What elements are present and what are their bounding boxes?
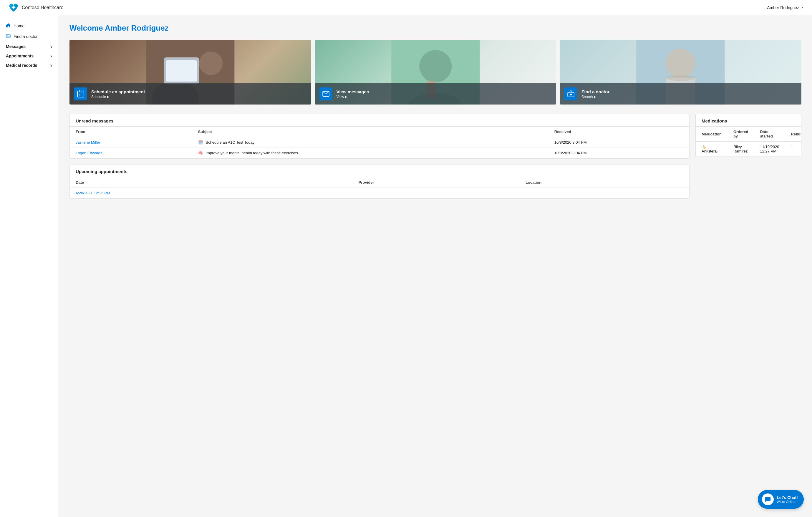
appt-col-location: Location (520, 177, 689, 188)
sidebar-item-find-doctor[interactable]: Find a doctor (0, 31, 59, 42)
hero-card-schedule[interactable]: 1 Schedule an appointment Schedule ▶ (69, 40, 311, 105)
msg-brain-icon: 🧠 (198, 151, 203, 155)
sidebar-appointments-label: Appointments (6, 54, 34, 58)
page-layout: Home Find a doctor Messages ∨ Appointmen… (0, 15, 812, 517)
user-name-label: Amber Rodriguez (767, 5, 799, 10)
sidebar-home-label: Home (13, 24, 24, 28)
med-col-date-started: Date started (754, 126, 785, 142)
right-column: Medications Medication Ordered by Date s… (695, 114, 802, 205)
app-header: Contoso Healthcare Amber Rodriguez ▼ (0, 0, 812, 15)
hero-card-messages-text: View messages View ▶ (337, 89, 369, 99)
unread-messages-col-from: From (70, 126, 192, 137)
upcoming-appointments-header: Upcoming appointments (70, 165, 689, 177)
med-name-text-0: Anksterail (702, 149, 718, 153)
svg-point-16 (419, 50, 452, 82)
hero-card-schedule-title: Schedule an appointment (91, 89, 145, 94)
home-icon (6, 23, 10, 29)
appt-col-provider: Provider (353, 177, 520, 188)
med-name-0: 🏷️ Anksterail (696, 142, 727, 156)
chat-button[interactable]: Let's Chat! We're Online (758, 490, 804, 509)
hero-card-messages-overlay: View messages View ▶ (315, 83, 556, 105)
table-row: 4/20/2021 12:13 PM (70, 188, 689, 198)
chat-subtitle-label: We're Online (777, 500, 798, 504)
hero-card-messages[interactable]: View messages View ▶ (315, 40, 556, 105)
sidebar-medical-records-left: Medical records (6, 63, 37, 68)
hero-card-schedule-overlay: 1 Schedule an appointment Schedule ▶ (69, 83, 311, 105)
appt-date-0[interactable]: 4/20/2021 12:13 PM (70, 188, 353, 198)
user-menu-chevron-icon: ▼ (801, 6, 804, 9)
msg-subject-1: 🧠 Improve your mental health today with … (192, 148, 549, 159)
medications-card: Medications Medication Ordered by Date s… (695, 114, 802, 157)
svg-rect-9 (78, 91, 84, 97)
svg-text:1: 1 (79, 94, 81, 97)
appt-provider-0 (353, 188, 520, 198)
msg-sender-0[interactable]: Jasmine Miller (70, 137, 192, 148)
find-doctor-icon (6, 34, 10, 39)
unread-messages-table: From Subject Received Jasmine Miller 🗓️ … (70, 126, 689, 159)
sidebar-item-home[interactable]: Home (0, 21, 59, 31)
sidebar-item-appointments[interactable]: Appointments ∨ (0, 51, 59, 61)
med-col-medication: Medication (696, 126, 727, 142)
upcoming-appointments-card: Upcoming appointments Date ↑ Provider Lo… (69, 165, 690, 199)
brand: Contoso Healthcare (8, 2, 63, 13)
upcoming-appointments-table: Date ↑ Provider Location 4/20/2021 12:13… (70, 177, 689, 198)
table-row: 🏷️ Anksterail Riley Ramirez 11/19/2020 1… (696, 142, 802, 156)
med-col-ordered-by: Ordered by (727, 126, 754, 142)
sidebar-appointments-left: Appointments (6, 54, 34, 58)
msg-received-1: 10/8/2020 8:04 PM (549, 148, 689, 159)
appt-location-0 (520, 188, 689, 198)
unread-messages-header: Unread messages (70, 114, 689, 126)
sidebar-medical-records-label: Medical records (6, 63, 37, 68)
two-col-section: Unread messages From Subject Received Ja… (69, 114, 802, 205)
hero-cards-section: 1 Schedule an appointment Schedule ▶ (69, 40, 802, 105)
sidebar: Home Find a doctor Messages ∨ Appointmen… (0, 15, 59, 517)
left-column: Unread messages From Subject Received Ja… (69, 114, 690, 205)
chat-title-label: Let's Chat! (777, 495, 798, 500)
msg-subject-0: 🗓️ Schedule an A1C Test Today! (192, 137, 549, 148)
sidebar-medical-records-chevron-icon: ∨ (50, 63, 53, 67)
medication-pill-icon: 🏷️ (702, 145, 706, 149)
svg-point-20 (666, 49, 695, 78)
hero-card-messages-title: View messages (337, 89, 369, 94)
sidebar-item-messages[interactable]: Messages ∨ (0, 42, 59, 51)
msg-subject-text-1: Improve your mental health today with th… (205, 151, 298, 155)
sidebar-messages-label: Messages (6, 44, 26, 49)
hero-card-find-doctor-overlay: Find a doctor Search ▶ (560, 83, 802, 105)
messages-card-icon-wrap (319, 87, 332, 100)
sidebar-find-doctor-label: Find a doctor (13, 34, 38, 39)
svg-point-3 (7, 36, 8, 36)
hero-card-find-doctor[interactable]: Find a doctor Search ▶ (560, 40, 802, 105)
main-content: Welcome Amber Rodriguez (59, 15, 812, 517)
brand-logo-icon (8, 2, 19, 13)
appt-col-date: Date ↑ (70, 177, 353, 188)
medical-bag-icon (567, 90, 575, 98)
messages-link-label: View (337, 95, 344, 99)
unread-messages-col-subject: Subject (192, 126, 549, 137)
sort-asc-icon[interactable]: ↑ (86, 181, 88, 184)
find-doctor-arrow-icon: ▶ (594, 95, 596, 98)
msg-sender-1[interactable]: Logan Edwards (70, 148, 192, 159)
schedule-card-icon-wrap: 1 (74, 87, 87, 100)
brand-name-label: Contoso Healthcare (22, 5, 63, 10)
medications-thead-row: Medication Ordered by Date started Refil… (696, 126, 802, 142)
find-doctor-link-label: Search (581, 95, 593, 99)
sidebar-item-medical-records[interactable]: Medical records ∨ (0, 61, 59, 70)
upcoming-appointments-thead-row: Date ↑ Provider Location (70, 177, 689, 188)
hero-card-schedule-link[interactable]: Schedule ▶ (91, 95, 145, 99)
med-refills-0: 1 (785, 142, 802, 156)
hero-card-messages-link[interactable]: View ▶ (337, 95, 369, 99)
med-ordered-by-0: Riley Ramirez (727, 142, 754, 156)
table-row: Logan Edwards 🧠 Improve your mental heal… (70, 148, 689, 159)
medications-table: Medication Ordered by Date started Refil… (696, 126, 802, 156)
svg-rect-1 (12, 6, 16, 8)
msg-received-0: 10/8/2020 8:04 PM (549, 137, 689, 148)
unread-messages-thead-row: From Subject Received (70, 126, 689, 137)
hero-card-find-doctor-title: Find a doctor (581, 89, 609, 94)
sidebar-appointments-chevron-icon: ∨ (50, 54, 53, 58)
hero-card-find-doctor-link[interactable]: Search ▶ (581, 95, 609, 99)
table-row: Jasmine Miller 🗓️ Schedule an A1C Test T… (70, 137, 689, 148)
chat-text: Let's Chat! We're Online (777, 495, 798, 504)
calendar-icon: 1 (77, 90, 85, 98)
hero-card-schedule-text: Schedule an appointment Schedule ▶ (91, 89, 145, 99)
user-menu[interactable]: Amber Rodriguez ▼ (767, 5, 804, 10)
